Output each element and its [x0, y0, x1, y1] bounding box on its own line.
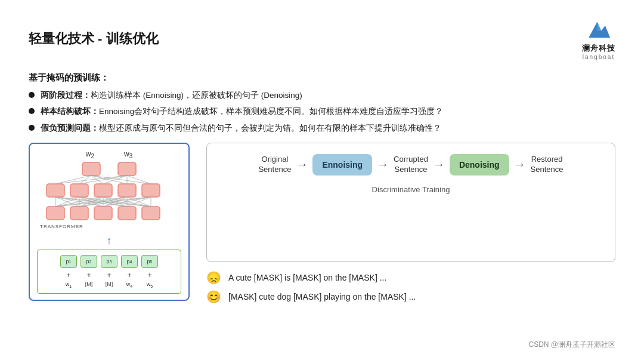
- arrow-1: →: [296, 158, 308, 171]
- footer-text: CSDN @澜舟孟子开源社区: [528, 340, 615, 349]
- corrupted-sentence-label: CorruptedSentence: [394, 155, 428, 175]
- bullet-text: 两阶段过程：构造训练样本 (Ennoising)，还原被破坏的句子 (Denoi…: [41, 90, 302, 101]
- svg-rect-6: [94, 184, 112, 197]
- page: 轻量化技术 - 训练优化 澜舟科技 langboat 基于掩码的预训练： 两阶段…: [0, 0, 644, 357]
- svg-rect-3: [118, 162, 136, 176]
- header: 轻量化技术 - 训练优化 澜舟科技 langboat: [29, 17, 615, 60]
- plus-5: +: [141, 270, 158, 279]
- list-item: 假负预测问题：模型还原成与原句不同但合法的句子，会被判定为错。如何在有限的样本下…: [29, 122, 615, 134]
- svg-rect-11: [94, 207, 112, 220]
- arrow-4: →: [514, 158, 526, 171]
- bullet-dot: [29, 108, 35, 114]
- green-node-p2: p2: [80, 255, 97, 268]
- bullet-label: 样本结构破坏：: [41, 107, 99, 116]
- bullet-list: 两阶段过程：构造训练样本 (Ennoising)，还原被破坏的句子 (Denoi…: [29, 90, 615, 134]
- original-sentence-label: OriginalSentence: [258, 155, 291, 175]
- network-svg: TRANSFORMER: [38, 161, 181, 233]
- green-node-p3: p3: [101, 255, 117, 268]
- bullet-text: 样本结构破坏：Ennoising会对句子结构造成破坏，样本预测难易度不同。如何根…: [41, 106, 443, 118]
- example-row-1: 😞 A cute [MASK] is [MASK] on the [MASK] …: [206, 270, 615, 285]
- discriminative-label: Discriminative Training: [221, 185, 600, 194]
- svg-rect-12: [118, 207, 136, 220]
- bullet-text: 假负预测问题：模型还原成与原句不同但合法的句子，会被判定为错。如何在有限的样本下…: [41, 122, 441, 134]
- emoji-sad: 😞: [206, 270, 221, 285]
- transformer-diagram: w2 w3: [29, 143, 190, 301]
- bottom-label-w4: w4: [121, 281, 138, 288]
- logo-sub: langboat: [583, 54, 615, 60]
- examples-area: 😞 A cute [MASK] is [MASK] on the [MASK] …: [206, 270, 615, 309]
- svg-rect-13: [142, 207, 160, 220]
- logo-name: 澜舟科技: [582, 43, 615, 54]
- page-title: 轻量化技术 - 训练优化: [29, 30, 159, 48]
- list-item: 样本结构破坏：Ennoising会对句子结构造成破坏，样本预测难易度不同。如何根…: [29, 106, 615, 118]
- ennoising-box: Ennoising: [312, 154, 372, 176]
- example-text-1: A cute [MASK] is [MASK] on the [MASK] ..…: [228, 273, 386, 282]
- bullet-dot: [29, 125, 35, 131]
- bottom-label-m1: [M]: [80, 281, 97, 288]
- bullet-label: 两阶段过程：: [41, 91, 91, 100]
- svg-rect-7: [118, 184, 136, 197]
- svg-marker-1: [597, 21, 601, 30]
- output-node-w3: w3: [124, 150, 132, 159]
- pipeline-flow: OriginalSentence → Ennoising → Corrupted…: [221, 154, 600, 176]
- plus-2: +: [80, 270, 97, 279]
- svg-rect-8: [142, 184, 160, 197]
- restored-sentence-label: RestoredSentence: [531, 155, 564, 175]
- svg-line-19: [55, 176, 127, 184]
- svg-line-23: [127, 176, 151, 184]
- arrow-3: →: [433, 158, 445, 171]
- denoising-box: Denoising: [450, 154, 509, 176]
- example-row-2: 😊 [MASK] cute dog [MASK] playing on the …: [206, 290, 615, 304]
- bottom-labels: w1 [M] [M] w4 w5: [41, 281, 177, 288]
- example-text-2: [MASK] cute dog [MASK] playing on the [M…: [228, 292, 416, 301]
- bullet-label: 假负预测问题：: [41, 124, 99, 133]
- plus-3: +: [101, 270, 117, 279]
- footer: CSDN @澜舟孟子开源社区: [528, 340, 615, 350]
- bullet-dot: [29, 92, 35, 98]
- list-item: 两阶段过程：构造训练样本 (Ennoising)，还原被破坏的句子 (Denoi…: [29, 90, 615, 101]
- bottom-label-m2: [M]: [101, 281, 117, 288]
- right-panel: OriginalSentence → Ennoising → Corrupted…: [206, 143, 615, 309]
- plus-1: +: [60, 270, 77, 279]
- green-row: p1 p2 p3 p4 p5: [41, 255, 177, 268]
- green-node-p1: p1: [60, 255, 77, 268]
- plus-row: + + + + +: [41, 270, 177, 279]
- plus-4: +: [121, 270, 138, 279]
- svg-rect-4: [47, 184, 64, 197]
- svg-rect-5: [70, 184, 88, 197]
- main-content: w2 w3: [29, 143, 615, 309]
- logo-icon: [586, 17, 611, 42]
- arrow-2: →: [377, 158, 389, 171]
- green-node-p5: p5: [141, 255, 158, 268]
- emoji-happy: 😊: [206, 290, 221, 304]
- svg-rect-9: [47, 207, 64, 220]
- bottom-label-w1: w1: [60, 281, 77, 288]
- section-title: 基于掩码的预训练：: [29, 72, 615, 84]
- bottom-section: p1 p2 p3 p4 p5 + + + + + w1 [M]: [37, 250, 181, 294]
- output-node-w2: w2: [86, 150, 94, 159]
- up-arrow: ↑: [37, 235, 181, 247]
- svg-rect-2: [82, 162, 100, 176]
- green-node-p4: p4: [121, 255, 138, 268]
- svg-rect-10: [70, 207, 88, 220]
- bottom-label-w5: w5: [141, 281, 158, 288]
- logo-area: 澜舟科技 langboat: [582, 17, 615, 60]
- svg-text:TRANSFORMER: TRANSFORMER: [40, 224, 83, 229]
- pipeline-diagram: OriginalSentence → Ennoising → Corrupted…: [206, 143, 615, 262]
